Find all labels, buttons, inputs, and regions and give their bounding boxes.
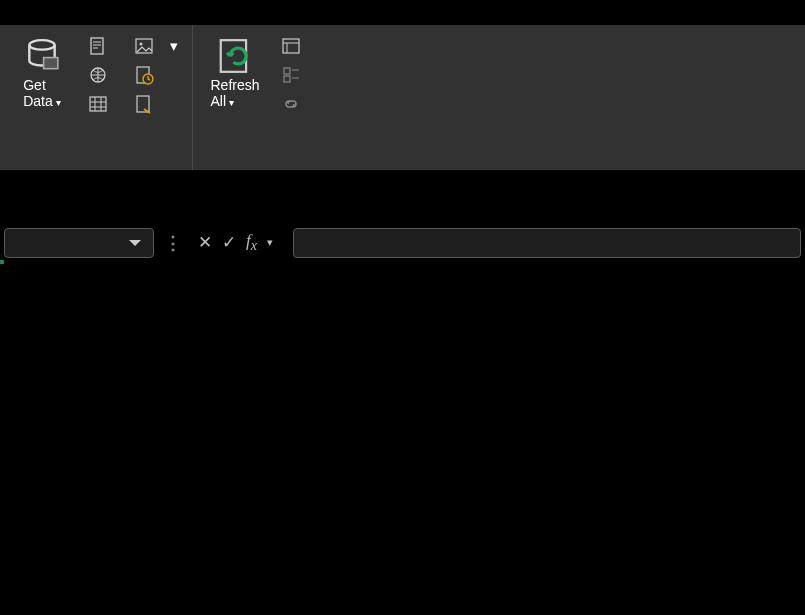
link-icon (281, 94, 301, 114)
from-table-range-button[interactable] (88, 91, 116, 117)
svg-rect-9 (137, 96, 149, 112)
disclaimer-bar (0, 170, 805, 212)
database-icon (23, 37, 61, 75)
globe-icon (88, 65, 108, 85)
recent-sources-button[interactable] (134, 62, 178, 88)
chevron-down-icon: ▾ (170, 37, 178, 55)
table-icon (88, 94, 108, 114)
svg-rect-13 (284, 76, 290, 82)
svg-rect-12 (284, 68, 290, 74)
name-box-dropdown[interactable] (125, 233, 145, 253)
fx-button[interactable]: fx (246, 231, 257, 254)
formula-bar: ⋮ ✕ ✓ fx ▾ (0, 226, 805, 260)
svg-rect-11 (283, 39, 299, 53)
formula-dropdown[interactable]: ▾ (267, 236, 273, 249)
from-picture-button[interactable]: ▾ (134, 33, 178, 59)
group-label-queries (207, 162, 791, 166)
properties-button[interactable] (281, 62, 309, 88)
svg-rect-4 (90, 97, 106, 111)
from-text-csv-button[interactable] (88, 33, 116, 59)
recent-icon (134, 65, 154, 85)
svg-rect-1 (44, 58, 58, 69)
from-web-button[interactable] (88, 62, 116, 88)
properties-icon (281, 65, 301, 85)
chevron-down-icon (129, 240, 141, 246)
text-file-icon (88, 36, 108, 56)
existing-connections-button[interactable] (134, 91, 178, 117)
get-data-label: Get (23, 77, 46, 93)
queries-connections-button[interactable] (281, 33, 309, 59)
svg-rect-2 (91, 38, 103, 54)
cancel-formula-button[interactable]: ✕ (198, 232, 212, 253)
svg-rect-10 (221, 40, 246, 72)
connections-icon (134, 94, 154, 114)
workbook-links-button[interactable] (281, 91, 309, 117)
queries-icon (281, 36, 301, 56)
svg-point-0 (29, 40, 54, 50)
formula-input[interactable] (293, 228, 801, 258)
ribbon-tabs (0, 0, 805, 25)
ribbon: GetData▾ ▾ (0, 25, 805, 170)
group-label-get-transform (14, 162, 178, 166)
enter-formula-button[interactable]: ✓ (222, 232, 236, 253)
picture-icon (134, 36, 154, 56)
name-box-input[interactable] (13, 235, 103, 252)
refresh-icon (216, 37, 254, 75)
separator: ⋮ (162, 232, 184, 254)
name-box[interactable] (4, 228, 154, 258)
get-data-button[interactable]: GetData▾ (14, 33, 70, 113)
svg-point-6 (140, 43, 143, 46)
refresh-all-button[interactable]: RefreshAll▾ (207, 33, 263, 113)
